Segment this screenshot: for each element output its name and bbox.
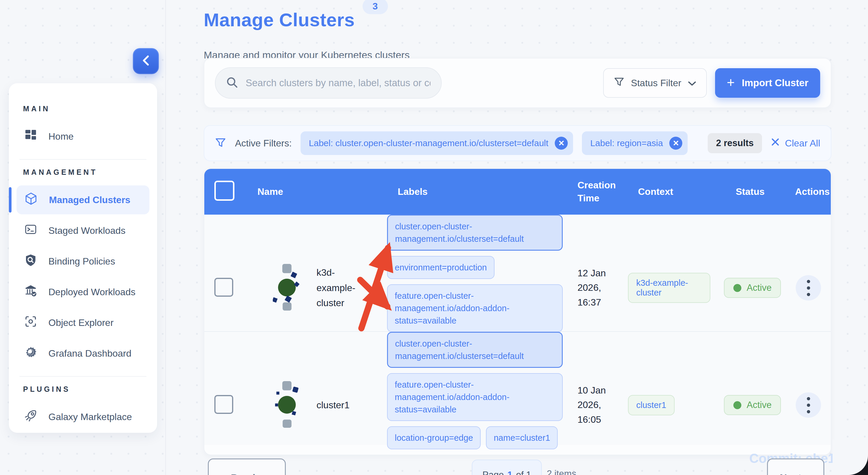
label-chip: name=cluster1: [486, 426, 558, 449]
next-page-button[interactable]: Next ›: [767, 458, 824, 475]
clusters-table: Name Labels Creation Time Context Status…: [204, 168, 831, 455]
chevron-left-icon: ‹: [221, 471, 224, 475]
scan-target-icon: [24, 315, 37, 330]
bank-check-icon: [24, 284, 37, 299]
creation-time: 12 Jan 2026, 16:37: [563, 266, 617, 310]
label-chip: region=asia: [387, 455, 447, 455]
label-chip: feature.open-cluster-management.io/addon…: [387, 373, 563, 421]
row-checkbox[interactable]: [214, 278, 233, 297]
row-actions-kebab-button[interactable]: [796, 392, 821, 418]
creation-time: 10 Jan 2026, 16:05: [563, 383, 617, 427]
sidebar-item-galaxy-marketplace[interactable]: Galaxy Marketplace: [17, 402, 149, 431]
sidebar-item-deployed-workloads[interactable]: Deployed Workloads: [17, 278, 149, 307]
chevron-right-icon: ›: [808, 471, 812, 475]
table-row: k3d-example-cluster cluster.open-cluster…: [204, 215, 831, 331]
remove-filter-icon[interactable]: ✕: [555, 137, 568, 150]
sidebar: MAIN Home MANAGEMENT Managed Clusters St…: [9, 83, 157, 433]
sidebar-item-home[interactable]: Home: [17, 122, 149, 151]
next-label: Next: [780, 472, 802, 475]
active-filters-bar: Active Filters: Label: cluster.open-clus…: [204, 125, 831, 161]
terminal-icon: [24, 223, 37, 238]
chevron-down-icon: [688, 77, 696, 89]
sidebar-section-management: MANAGEMENT: [23, 168, 149, 177]
filter-chip-region: Label: region=asia ✕: [582, 131, 688, 155]
column-header-creation-time: Creation Time: [563, 179, 617, 204]
sidebar-section-main: MAIN: [23, 104, 149, 113]
previous-label: Previous: [231, 472, 273, 475]
status-filter-label: Status Filter: [631, 77, 681, 89]
label-chip: feature.open-cluster-management.io/addon…: [387, 284, 563, 332]
page-title: Manage Clusters: [204, 11, 355, 29]
sidebar-item-object-explorer[interactable]: Object Explorer: [17, 308, 149, 337]
items-count: 2 items: [547, 469, 576, 475]
sidebar-item-label: Object Explorer: [49, 317, 114, 328]
sidebar-item-label: Home: [49, 131, 73, 142]
close-icon: [771, 137, 780, 149]
row-actions-kebab-button[interactable]: [796, 275, 821, 300]
label-chip: environment=production: [387, 256, 495, 279]
toolbar-card: Status Filter + Import Cluster: [204, 58, 831, 108]
filter-chip-text: Label: cluster.open-cluster-management.i…: [309, 138, 548, 148]
grid-icon: [24, 129, 37, 144]
sidebar-item-staged-workloads[interactable]: Staged Workloads: [17, 216, 149, 245]
status-dot-icon: [733, 284, 741, 292]
sidebar-section-plugins: PLUGINS: [23, 385, 149, 393]
main-content: Manage Clusters 3 Manage and monitor you…: [204, 0, 831, 61]
filter-chip-text: Label: region=asia: [590, 138, 663, 148]
cluster-logo: [273, 381, 302, 429]
table-header-row: Name Labels Creation Time Context Status…: [204, 169, 831, 215]
cube-icon: [24, 192, 38, 208]
sidebar-item-label: Managed Clusters: [49, 194, 130, 205]
label-chip: cluster.open-cluster-management.io/clust…: [387, 332, 563, 368]
row-checkbox[interactable]: [214, 395, 233, 414]
search-input[interactable]: [245, 77, 431, 89]
sidebar-item-label: Galaxy Marketplace: [49, 412, 132, 422]
remove-filter-icon[interactable]: ✕: [669, 137, 682, 150]
sidebar-divider: [20, 159, 147, 160]
column-header-context: Context: [617, 186, 710, 197]
sidebar-item-label: Deployed Workloads: [49, 287, 135, 297]
cluster-name: cluster1: [316, 398, 364, 413]
search-box[interactable]: [215, 67, 442, 99]
sidebar-item-label: Binding Policies: [49, 256, 115, 267]
import-cluster-label: Import Cluster: [742, 77, 808, 89]
sidebar-divider: [20, 376, 147, 377]
grafana-icon: [24, 346, 37, 361]
shield-search-icon: [24, 254, 37, 269]
sidebar-collapse-button[interactable]: [133, 48, 159, 74]
column-header-name: Name: [238, 186, 372, 197]
current-page-number: 1: [507, 470, 512, 475]
status-dot-icon: [733, 401, 741, 409]
sidebar-item-binding-policies[interactable]: Binding Policies: [17, 247, 149, 276]
status-badge: Active: [724, 395, 781, 415]
plus-icon: +: [727, 75, 735, 89]
sidebar-item-managed-clusters[interactable]: Managed Clusters: [17, 185, 149, 214]
pagination: ‹ Previous Page 1 of 1 2 items Next ›: [204, 458, 831, 475]
results-count-badge: 2 results: [708, 133, 762, 153]
status-filter-button[interactable]: Status Filter: [603, 68, 707, 98]
label-chip: location-group=edge: [387, 426, 480, 449]
cluster-name: k3d-example-cluster: [316, 265, 364, 311]
clear-all-label: Clear All: [785, 138, 820, 149]
column-header-labels: Labels: [372, 186, 563, 197]
funnel-icon-blue: [215, 137, 226, 149]
label-chip: cluster.open-cluster-management.io/clust…: [387, 215, 563, 251]
sidebar-item-label: Staged Workloads: [49, 225, 125, 236]
column-header-actions: Actions: [777, 186, 830, 197]
context-chip: cluster1: [628, 395, 675, 415]
rocket-icon: [24, 409, 37, 424]
table-row: cluster1 cluster.open-cluster-management…: [204, 331, 831, 445]
clear-all-filters-button[interactable]: Clear All: [771, 137, 820, 149]
cluster-logo: [273, 264, 302, 312]
import-cluster-button[interactable]: + Import Cluster: [715, 68, 820, 98]
previous-page-button[interactable]: ‹ Previous: [208, 458, 286, 475]
select-all-checkbox[interactable]: [214, 181, 235, 201]
active-filters-label: Active Filters:: [235, 138, 292, 149]
search-icon: [225, 76, 239, 90]
sidebar-item-grafana-dashboard[interactable]: Grafana Dashboard: [17, 339, 149, 368]
sidebar-item-label: Grafana Dashboard: [49, 348, 131, 359]
filter-chip-clusterset: Label: cluster.open-cluster-management.i…: [301, 131, 573, 155]
context-chip: k3d-example-cluster: [628, 273, 710, 303]
status-badge: Active: [724, 278, 781, 298]
sidebar-content-divider: [165, 0, 166, 475]
